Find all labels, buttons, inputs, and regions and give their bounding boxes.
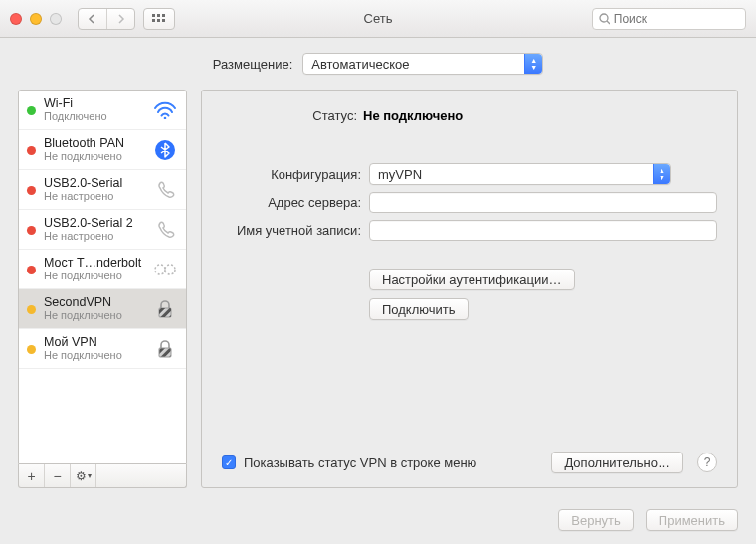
interface-list: Wi-Fi Подключено Bluetooth PAN Не подклю… xyxy=(18,90,187,464)
account-name-input[interactable] xyxy=(369,220,717,241)
interface-status: Не подключено xyxy=(44,150,144,163)
sidebar-toolbar: + − ⚙︎▾ xyxy=(18,464,187,488)
status-dot xyxy=(27,186,36,195)
svg-point-6 xyxy=(600,14,608,22)
interface-status: Не подключено xyxy=(44,309,144,322)
grid-icon xyxy=(152,14,166,24)
chevron-right-icon xyxy=(116,14,126,24)
svg-rect-15 xyxy=(159,348,171,357)
nav-back-forward xyxy=(78,8,135,30)
footer: Вернуть Применить xyxy=(0,500,756,544)
config-value: myVPN xyxy=(378,167,422,182)
vpn-lock-icon xyxy=(152,336,178,362)
phone-icon xyxy=(152,217,178,243)
sidebar-item-wifi[interactable]: Wi-Fi Подключено xyxy=(19,91,186,130)
config-select[interactable]: myVPN ▲▼ xyxy=(369,163,671,185)
minimize-window-button[interactable] xyxy=(30,13,42,25)
interface-name: Мой VPN xyxy=(44,335,144,349)
vpn-lock-icon xyxy=(152,296,178,322)
svg-rect-13 xyxy=(159,308,171,317)
status-label: Статус: xyxy=(301,108,357,123)
svg-point-11 xyxy=(165,265,175,274)
sidebar-item-usb-serial[interactable]: USB2.0-Serial Не настроено xyxy=(19,170,186,210)
interface-name: Мост T…nderbolt xyxy=(44,256,144,270)
svg-rect-2 xyxy=(162,14,165,17)
svg-line-7 xyxy=(607,21,610,24)
interface-status: Подключено xyxy=(44,110,144,123)
search-field[interactable] xyxy=(592,8,746,30)
svg-rect-4 xyxy=(157,19,160,22)
interface-name: USB2.0-Serial 2 xyxy=(44,216,144,230)
titlebar: Сеть xyxy=(0,0,756,38)
detail-panel: Статус: Не подключено Конфигурация: myVP… xyxy=(201,90,738,488)
interface-status: Не настроено xyxy=(44,190,144,203)
search-icon xyxy=(599,13,610,25)
advanced-button[interactable]: Дополнительно… xyxy=(551,452,683,473)
interface-action-menu[interactable]: ⚙︎▾ xyxy=(71,464,96,487)
chevron-updown-icon: ▲▼ xyxy=(524,54,542,74)
interface-status: Не подключено xyxy=(44,270,144,282)
chevron-down-icon: ▾ xyxy=(88,471,92,480)
location-row: Размещение: Автоматическое ▲▼ xyxy=(0,38,756,90)
sidebar: Wi-Fi Подключено Bluetooth PAN Не подклю… xyxy=(18,90,187,488)
svg-point-10 xyxy=(155,265,165,274)
panel-bottom-row: ✓ Показывать статус VPN в строке меню До… xyxy=(222,452,717,473)
location-label: Размещение: xyxy=(213,57,293,72)
config-label: Конфигурация: xyxy=(222,167,361,182)
interface-name: SecondVPN xyxy=(44,295,144,309)
show-vpn-status-checkbox[interactable]: ✓ xyxy=(222,455,236,469)
status-dot xyxy=(27,345,36,354)
interface-status: Не подключено xyxy=(44,349,144,362)
sidebar-item-thunderbolt-bridge[interactable]: Мост T…nderbolt Не подключено xyxy=(19,250,186,289)
forward-button[interactable] xyxy=(106,9,134,29)
bluetooth-icon xyxy=(152,137,178,163)
sidebar-item-my-vpn[interactable]: Мой VPN Не подключено xyxy=(19,329,186,369)
sidebar-item-bluetooth-pan[interactable]: Bluetooth PAN Не подключено xyxy=(19,130,186,170)
interface-name: USB2.0-Serial xyxy=(44,176,144,190)
chevron-left-icon xyxy=(88,14,97,24)
gear-icon: ⚙︎ xyxy=(76,469,87,483)
window-controls xyxy=(10,13,62,25)
close-window-button[interactable] xyxy=(10,13,22,25)
status-dot xyxy=(27,305,36,314)
sidebar-item-usb-serial-2[interactable]: USB2.0-Serial 2 Не настроено xyxy=(19,210,186,250)
svg-rect-3 xyxy=(152,19,155,22)
revert-button[interactable]: Вернуть xyxy=(558,509,634,531)
location-select[interactable]: Автоматическое ▲▼ xyxy=(302,53,543,75)
status-dot xyxy=(27,226,36,235)
interface-name: Wi-Fi xyxy=(44,96,144,110)
status-dot xyxy=(27,146,36,155)
bridge-icon xyxy=(152,257,178,282)
sidebar-item-secondvpn[interactable]: SecondVPN Не подключено xyxy=(19,289,186,329)
svg-rect-5 xyxy=(162,19,165,22)
connect-button[interactable]: Подключить xyxy=(369,298,469,320)
location-value: Автоматическое xyxy=(311,57,409,72)
add-interface-button[interactable]: + xyxy=(19,464,45,487)
show-vpn-status-label: Показывать статус VPN в строке меню xyxy=(244,455,543,470)
account-label: Имя учетной записи: xyxy=(222,223,361,238)
search-input[interactable] xyxy=(614,12,739,26)
status-row: Статус: Не подключено xyxy=(301,108,717,123)
interface-name: Bluetooth PAN xyxy=(44,136,144,150)
status-value: Не подключено xyxy=(363,108,463,123)
auth-settings-button[interactable]: Настройки аутентификации… xyxy=(369,269,575,290)
vpn-form: Конфигурация: myVPN ▲▼ Адрес сервера: Им… xyxy=(222,163,717,241)
remove-interface-button[interactable]: − xyxy=(45,464,71,487)
content-area: Wi-Fi Подключено Bluetooth PAN Не подклю… xyxy=(0,90,756,500)
svg-rect-1 xyxy=(157,14,160,17)
phone-icon xyxy=(152,177,178,203)
status-dot xyxy=(27,106,36,115)
svg-rect-0 xyxy=(152,14,155,17)
status-dot xyxy=(27,266,36,274)
server-label: Адрес сервера: xyxy=(222,195,361,210)
server-address-input[interactable] xyxy=(369,192,717,213)
chevron-updown-icon: ▲▼ xyxy=(653,164,670,184)
show-all-button[interactable] xyxy=(143,8,175,30)
wifi-icon xyxy=(152,97,178,123)
zoom-window-button xyxy=(50,13,62,25)
interface-status: Не настроено xyxy=(44,230,144,243)
back-button[interactable] xyxy=(79,9,106,29)
help-button[interactable]: ? xyxy=(697,453,717,472)
apply-button[interactable]: Применить xyxy=(646,509,738,531)
svg-point-8 xyxy=(164,116,167,118)
